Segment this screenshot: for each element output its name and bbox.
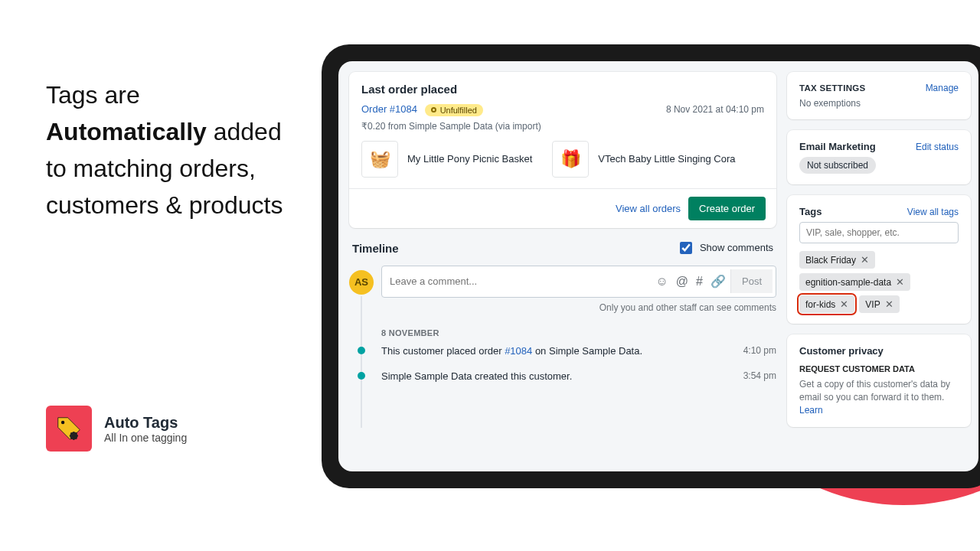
tag-label: for-kids <box>805 299 835 310</box>
device-frame: Last order placed Order #1084 Unfulfille… <box>322 44 980 488</box>
privacy-subtitle: REQUEST CUSTOMER DATA <box>799 364 959 373</box>
manage-tax-link[interactable]: Manage <box>926 83 959 93</box>
attachment-icon[interactable]: 🔗 <box>710 274 726 289</box>
tags-card: Tags View all tags Black Friday✕egnition… <box>787 195 971 324</box>
tag-icon <box>54 414 83 443</box>
tax-title: TAX SETTINGS <box>799 83 865 93</box>
headline-line-1: Tags are <box>46 81 140 109</box>
tag-label: egnition-sample-data <box>805 277 891 288</box>
order-date: 8 Nov 2021 at 04:10 pm <box>666 104 764 115</box>
comment-input[interactable] <box>390 269 651 294</box>
tag-chip[interactable]: for-kids✕ <box>799 295 854 313</box>
admin-screen: Last order placed Order #1084 Unfulfille… <box>338 61 978 471</box>
privacy-title: Customer privacy <box>799 345 959 357</box>
comment-input-box[interactable]: ☺ @ # 🔗 Post <box>381 266 776 298</box>
tag-chip[interactable]: VIP✕ <box>859 295 899 313</box>
tag-label: Black Friday <box>805 255 856 266</box>
fulfillment-status: Unfulfilled <box>425 104 483 116</box>
timeline-dot-icon <box>358 372 365 380</box>
remove-tag-icon[interactable]: ✕ <box>896 276 904 288</box>
product-name: My Little Pony Picnic Basket <box>407 153 532 165</box>
product-name: VTech Baby Little Singing Cora <box>598 153 735 165</box>
timeline-time: 3:54 pm <box>743 370 776 381</box>
svg-point-0 <box>61 421 64 424</box>
tag-input[interactable] <box>799 222 959 243</box>
tax-settings-card: TAX SETTINGS Manage No exemptions <box>787 72 971 119</box>
product-thumb: 🎁 <box>552 141 589 178</box>
app-tagline: All In one tagging <box>104 432 187 444</box>
view-all-orders-link[interactable]: View all orders <box>616 203 681 214</box>
timeline-dot-icon <box>358 347 365 354</box>
app-icon <box>46 406 92 452</box>
post-button[interactable]: Post <box>730 269 773 293</box>
show-comments-toggle[interactable]: Show comments <box>680 242 773 255</box>
edit-status-link[interactable]: Edit status <box>916 142 959 152</box>
avatar: AS <box>349 270 374 295</box>
remove-tag-icon[interactable]: ✕ <box>840 298 848 310</box>
tag-chip[interactable]: egnition-sample-data✕ <box>799 273 910 291</box>
remove-tag-icon[interactable]: ✕ <box>861 254 869 266</box>
customer-privacy-card: Customer privacy REQUEST CUSTOMER DATA G… <box>787 334 971 427</box>
order-summary: ₹0.20 from Simple Sample Data (via impor… <box>361 121 764 132</box>
emoji-icon[interactable]: ☺ <box>655 275 668 289</box>
view-all-tags-link[interactable]: View all tags <box>907 207 959 217</box>
headline: Tags are Automatically added to matching… <box>46 77 291 223</box>
show-comments-checkbox[interactable] <box>680 242 692 254</box>
product-item: 🎁 VTech Baby Little Singing Cora <box>552 141 735 178</box>
create-order-button[interactable]: Create order <box>688 197 766 220</box>
timeline-item: This customer placed order #1084 on Simp… <box>381 345 776 357</box>
product-thumb: 🧺 <box>361 141 398 178</box>
learn-more-link[interactable]: Learn <box>799 405 823 416</box>
hashtag-icon[interactable]: # <box>696 275 703 289</box>
app-badge: Auto Tags All In one tagging <box>46 406 187 452</box>
subscription-status: Not subscribed <box>799 157 876 174</box>
tag-chip[interactable]: Black Friday✕ <box>799 251 875 269</box>
remove-tag-icon[interactable]: ✕ <box>885 298 893 310</box>
tax-value: No exemptions <box>799 98 959 109</box>
timeline-item: Simple Sample Data created this customer… <box>381 370 776 382</box>
app-name: Auto Tags <box>104 414 187 432</box>
headline-line-2: Automatically <box>46 118 207 145</box>
status-dot-icon <box>431 107 436 112</box>
timeline-title: Timeline <box>352 242 399 255</box>
privacy-text: Get a copy of this customer's data by em… <box>799 379 950 403</box>
email-marketing-card: Email Marketing Edit status Not subscrib… <box>787 130 971 184</box>
timeline-line <box>361 296 362 428</box>
last-order-title: Last order placed <box>361 83 764 96</box>
timeline-day: 8 NOVEMBER <box>381 328 776 337</box>
tags-title: Tags <box>799 206 822 217</box>
tag-label: VIP <box>865 299 880 310</box>
timeline-time: 4:10 pm <box>743 345 776 356</box>
comment-hint: Only you and other staff can see comment… <box>381 302 776 313</box>
mention-icon[interactable]: @ <box>676 275 688 289</box>
product-item: 🧺 My Little Pony Picnic Basket <box>361 141 532 178</box>
email-title: Email Marketing <box>799 141 876 152</box>
order-link[interactable]: Order #1084 <box>361 103 417 115</box>
last-order-card: Last order placed Order #1084 Unfulfille… <box>349 72 776 228</box>
order-ref-link[interactable]: #1084 <box>505 345 532 357</box>
